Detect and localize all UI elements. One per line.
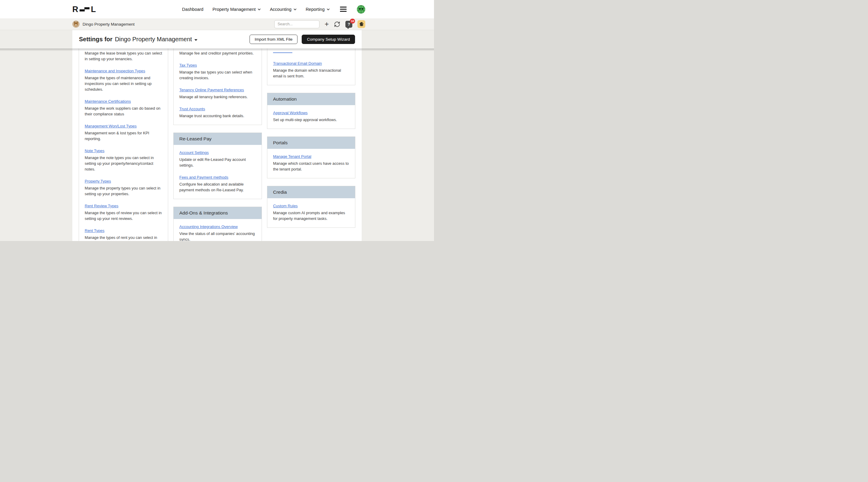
- setting-description: Manage the work suppliers can do based o…: [85, 105, 162, 117]
- card-body: Manage fee and creditor payment prioriti…: [174, 49, 261, 125]
- logo-dash-icon: [80, 9, 85, 11]
- refresh-icon[interactable]: [334, 21, 340, 27]
- company-bar: Dingo Property Management + ? 10: [0, 19, 434, 30]
- settings-header: Settings for Dingo Property Management I…: [72, 30, 362, 49]
- setting-description: Manage the note types you can select in …: [85, 155, 162, 172]
- section-header: Credia: [267, 186, 355, 198]
- header-buttons: Import from XML File Company Setup Wizar…: [250, 35, 355, 44]
- company-switcher[interactable]: Dingo Property Management: [72, 21, 135, 28]
- settings-card: Transactional Email DomainManage the dom…: [267, 49, 355, 85]
- setting-link[interactable]: Property Types: [85, 179, 111, 184]
- search-box: [274, 20, 319, 28]
- card-body: Account SettingsUpdate or edit Re-Leased…: [174, 145, 261, 199]
- setting-description: Manage the domain which transactional em…: [273, 67, 349, 79]
- clipped-link-fragment[interactable]: [273, 49, 292, 54]
- setting-item: Management Won/Lost TypesManagement won …: [85, 123, 162, 141]
- nav-dashboard[interactable]: Dashboard: [182, 7, 204, 12]
- settings-section-card: Add-Ons & IntegrationsAccounting Integra…: [173, 207, 262, 241]
- ai-assistant-icon[interactable]: [358, 20, 365, 28]
- setting-link[interactable]: Trust Accounts: [179, 107, 205, 111]
- settings-column-left: Manage the lease break types you can sel…: [79, 49, 168, 241]
- setting-link[interactable]: Maintenance Certifications: [85, 99, 131, 104]
- setting-link[interactable]: Accounting Integrations Overview: [179, 224, 238, 229]
- setting-link[interactable]: Transactional Email Domain: [273, 61, 322, 66]
- card-body: Manage Tenant PortalManage which contact…: [267, 149, 355, 178]
- setting-item: Trust AccountsManage trust accounting ba…: [179, 106, 256, 119]
- nav-property-management[interactable]: Property Management: [213, 7, 261, 12]
- setting-item: Custom RulesManage custom AI prompts and…: [273, 203, 349, 221]
- setting-item: Note TypesManage the note types you can …: [85, 148, 162, 172]
- setting-description: Manage all tenancy banking references.: [179, 94, 256, 100]
- setting-link[interactable]: Rent Review Types: [85, 204, 119, 208]
- settings-card: Manage fee and creditor payment prioriti…: [173, 49, 262, 125]
- setting-item: Tax TypesManage the tax types you can se…: [179, 62, 256, 81]
- company-setup-wizard-button[interactable]: Company Setup Wizard: [302, 35, 355, 44]
- nav-reporting[interactable]: Reporting: [306, 7, 330, 12]
- setting-description: Set up multi-step approval workflows.: [273, 117, 349, 123]
- top-navigation-bar: R L Dashboard Property Management Accoun…: [0, 0, 434, 19]
- nav-label: Reporting: [306, 7, 324, 12]
- card-body: Accounting Integrations OverviewView the…: [174, 219, 261, 241]
- setting-description: Manage the types of maintenance and insp…: [85, 75, 162, 92]
- card-body: Custom RulesManage custom AI prompts and…: [267, 198, 355, 227]
- card-body: Manage the lease break types you can sel…: [79, 49, 168, 241]
- setting-link[interactable]: Approval Workflows: [273, 110, 308, 115]
- search-input[interactable]: [274, 20, 319, 28]
- setting-link[interactable]: Tenancy Online Payment References: [179, 88, 244, 92]
- setting-description: Manage which contact users have access t…: [273, 161, 349, 172]
- settings-section-card: PortalsManage Tenant PortalManage which …: [267, 136, 355, 178]
- setting-item: Approval WorkflowsSet up multi-step appr…: [273, 110, 349, 123]
- setting-link[interactable]: Custom Rules: [273, 204, 298, 208]
- nav-label: Property Management: [213, 7, 255, 12]
- setting-link[interactable]: Tax Types: [179, 63, 197, 67]
- section-header: Re-Leased Pay: [174, 133, 261, 145]
- nav-label: Accounting: [270, 7, 291, 12]
- import-xml-button[interactable]: Import from XML File: [250, 35, 298, 44]
- card-body: Approval WorkflowsSet up multi-step appr…: [267, 105, 355, 129]
- setting-description: Update or edit Re-Leased Pay account set…: [179, 157, 256, 168]
- setting-link[interactable]: Account Settings: [179, 150, 209, 155]
- setting-description: Manage custom AI prompts and examples fo…: [273, 210, 349, 221]
- setting-link[interactable]: Maintenance and Inspection Types: [85, 69, 145, 73]
- setting-description: Manage trust accounting bank details.: [179, 113, 256, 119]
- nav-label: Dashboard: [182, 7, 204, 12]
- setting-item: Tenancy Online Payment ReferencesManage …: [179, 87, 256, 100]
- settings-section-card: Re-Leased PayAccount SettingsUpdate or e…: [173, 133, 262, 199]
- releassed-logo[interactable]: R L: [72, 5, 96, 13]
- notification-badge: 10: [350, 19, 355, 24]
- user-avatar[interactable]: [357, 5, 365, 13]
- chevron-down-icon: [293, 8, 297, 10]
- main-nav: Dashboard Property Management Accounting…: [182, 5, 365, 13]
- settings-section-card: AutomationApproval WorkflowsSet up multi…: [267, 93, 355, 129]
- setting-link[interactable]: Manage Tenant Portal: [273, 154, 311, 159]
- setting-description: Manage the types of rent you can select …: [85, 235, 162, 241]
- hamburger-icon[interactable]: [340, 7, 347, 12]
- plus-icon[interactable]: +: [324, 21, 329, 27]
- setting-item: Account SettingsUpdate or edit Re-Leased…: [179, 150, 256, 168]
- setting-description: Manage the property types you can select…: [85, 185, 162, 197]
- setting-description: View the status of all companies' accoun…: [179, 231, 256, 241]
- chevron-down-icon: [258, 8, 261, 10]
- help-bubble-icon[interactable]: ? 10: [345, 21, 352, 28]
- company-name: Dingo Property Management: [83, 22, 135, 27]
- card-body: Transactional Email DomainManage the dom…: [267, 49, 355, 85]
- chevron-down-icon[interactable]: [194, 39, 197, 41]
- logo-dash-icon: [84, 7, 90, 9]
- settings-column-middle: Manage fee and creditor payment prioriti…: [173, 49, 262, 241]
- title-company-name[interactable]: Dingo Property Management: [115, 36, 192, 43]
- setting-link[interactable]: Note Types: [85, 149, 104, 153]
- setting-link[interactable]: Rent Types: [85, 228, 104, 233]
- settings-content-card: Settings for Dingo Property Management I…: [72, 30, 362, 241]
- settings-section-card: CrediaCustom RulesManage custom AI promp…: [267, 186, 355, 228]
- clipped-description: Manage fee and creditor payment prioriti…: [179, 50, 256, 56]
- setting-link[interactable]: Management Won/Lost Types: [85, 124, 136, 128]
- section-header: Portals: [267, 137, 355, 149]
- setting-item: Transactional Email DomainManage the dom…: [273, 61, 349, 79]
- title-prefix: Settings for: [79, 36, 113, 43]
- setting-item: Property TypesManage the property types …: [85, 178, 162, 197]
- setting-item: Fees and Payment methodsConfigure fee al…: [179, 174, 256, 193]
- setting-link[interactable]: Fees and Payment methods: [179, 175, 228, 180]
- nav-accounting[interactable]: Accounting: [270, 7, 297, 12]
- setting-description: Configure fee allocation and available p…: [179, 181, 256, 193]
- setting-description: Manage the tax types you can select when…: [179, 69, 256, 81]
